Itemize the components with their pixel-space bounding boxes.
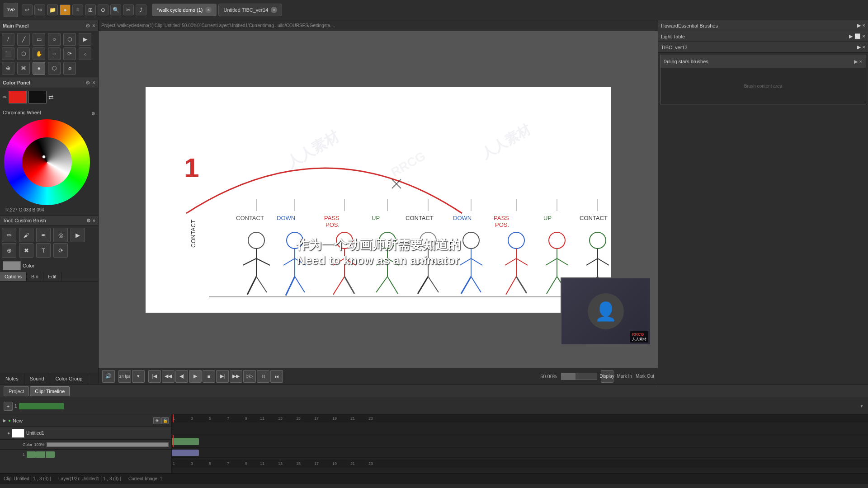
canvas-main[interactable]: 1 CONTACT CONTACT DOWN PASS POS. UP CONT… [99,31,658,368]
brush-tool-8[interactable]: T [36,243,51,258]
pause-btn[interactable]: ⏸ [257,370,269,383]
tool-node[interactable]: ⌘ [17,62,30,75]
options-tab[interactable]: Options [0,272,27,281]
swap-colors-icon[interactable]: ⇄ [48,94,54,101]
tab-untitled[interactable]: Untitled TIBC_ver14 × [218,4,282,16]
bin-tab[interactable]: Bin [27,272,43,281]
eyedrop-icon[interactable]: ✑ [3,94,7,100]
brush-panel-play[interactable]: ▶ [857,23,861,28]
chromatic-settings-icon[interactable]: ⚙ [91,111,95,116]
frame-block-1[interactable] [27,451,36,458]
fs-play[interactable]: ▶ [854,59,858,65]
tool-hand[interactable]: ✋ [33,47,45,60]
tibc-close[interactable]: × [863,44,865,50]
prev-frame-btn[interactable]: ◀◀ [162,370,175,383]
go-start-btn[interactable]: |◀ [148,370,161,383]
zoom-slider[interactable] [561,373,597,380]
project-tab[interactable]: Project [4,386,29,396]
tab-walk-cycle[interactable]: *walk cycle demo (1) × [152,4,217,16]
tool-info-close[interactable]: × [93,218,95,223]
brush-tool-6[interactable]: ⊕ [2,243,16,258]
lt-expand[interactable]: ⬜ [854,33,861,39]
next-frame-btn[interactable]: ▶▶ [230,370,242,383]
layer-frame-block-2[interactable] [172,450,199,456]
drawing-canvas[interactable]: 1 CONTACT CONTACT DOWN PASS POS. UP CONT… [146,87,611,313]
tool-rect[interactable]: ▭ [33,33,45,46]
undo-button[interactable]: ↩ [22,5,33,15]
brush-tool-2[interactable]: 🖌 [19,228,33,242]
sound-tab[interactable]: Sound [24,373,50,384]
tl-add-btn[interactable]: + [4,402,13,411]
display-btn[interactable]: Display [601,370,613,383]
go-end-btn[interactable]: ▶| [216,370,229,383]
tool-ellipse[interactable]: ○ [48,33,61,46]
search-btn[interactable]: 🔍 [110,5,121,15]
file-button[interactable]: 📁 [47,5,58,15]
tool-warp[interactable]: ⌀ [63,62,76,75]
tool-fill[interactable]: ▶ [79,33,91,46]
edit-tab[interactable]: Edit [43,272,61,281]
tool-info-settings[interactable]: ⚙ [86,218,91,224]
chromatic-wheel[interactable] [3,118,91,206]
tool-magic[interactable]: ⬦ [79,47,91,60]
color-picker-handle[interactable] [42,155,46,159]
color-sample[interactable] [3,261,21,270]
speaker-icon[interactable]: 🔊 [102,370,115,383]
tool-eyedrop[interactable]: ⊕ [2,62,14,75]
tool-brush[interactable]: ● [33,62,45,75]
tool-select[interactable]: ⬡ [63,33,76,46]
grid-btn[interactable]: ⊞ [85,5,96,15]
tab-close-1[interactable]: × [271,7,277,13]
panel-settings-btn[interactable]: ⚙ [85,23,90,29]
camera-btn[interactable]: ⊙ [98,5,108,15]
tl-frame-indicator[interactable]: ▼ [859,404,864,408]
color-wheel-triangle[interactable] [22,137,72,187]
export-btn[interactable]: ⤴ [136,5,146,15]
step-back-btn[interactable]: ◀| [175,370,188,383]
play-btn[interactable]: ▶ [189,370,202,383]
fs-close[interactable]: × [859,59,862,65]
frame-block-3[interactable] [46,451,55,458]
layer-frame-block[interactable] [172,438,199,445]
tool-rotate[interactable]: ⟳ [63,47,76,60]
brush-tool-4[interactable]: ◎ [53,228,68,242]
color-panel-settings[interactable]: ⚙ [85,80,90,86]
layers-btn[interactable]: ≡ [72,5,83,15]
step-forward-btn[interactable]: ⏭ [270,370,283,383]
redo-button[interactable]: ↪ [34,5,45,15]
clip-timeline-tab[interactable]: Clip: Timeline [30,386,70,396]
tool-line[interactable]: ╱ [17,33,30,46]
panel-close-btn[interactable]: × [92,23,95,29]
foreground-color-swatch[interactable] [9,91,27,103]
fast-forward-btn[interactable]: ▷▷ [243,370,256,383]
brush-tool-9[interactable]: ⟳ [53,243,68,258]
notes-tab[interactable]: Notes [0,373,24,384]
tab-close-0[interactable]: × [205,7,212,13]
fps-display[interactable]: 24 fps [118,370,131,383]
brush-tool-5[interactable]: ▶ [71,228,85,242]
tools-btn[interactable]: ✂ [123,5,134,15]
brush-tool-1[interactable]: ✏ [2,228,16,242]
color-icon-btn[interactable]: ● [60,5,71,15]
lt-play[interactable]: ▶ [849,33,853,39]
tool-transform[interactable]: ⬡ [48,62,61,75]
background-color-swatch[interactable] [28,91,47,103]
tool-select2[interactable]: ⬛ [2,47,14,60]
color-group-tab[interactable]: Color Group [50,373,89,384]
tibc-play[interactable]: ▶ [857,44,861,50]
tl-eye-icon[interactable]: 👁 [153,417,160,424]
brush-tool-3[interactable]: ✒ [36,228,51,242]
lt-close[interactable]: × [863,33,865,39]
color-wheel-ring[interactable] [4,119,90,205]
fps-dropdown[interactable]: ▾ [132,370,145,383]
frame-block-2[interactable] [36,451,45,458]
color-panel-close[interactable]: × [92,80,95,86]
brush-panel-close[interactable]: × [863,23,865,28]
tool-pen[interactable]: / [2,33,14,46]
opacity-slider[interactable] [47,442,169,447]
tool-move[interactable]: ↔ [48,47,61,60]
brush-tool-7[interactable]: ✖ [19,243,33,258]
stop-btn[interactable]: ■ [203,370,215,383]
tool-lasso[interactable]: ⬡ [17,47,30,60]
tl-lock-icon[interactable]: 🔒 [161,417,169,424]
